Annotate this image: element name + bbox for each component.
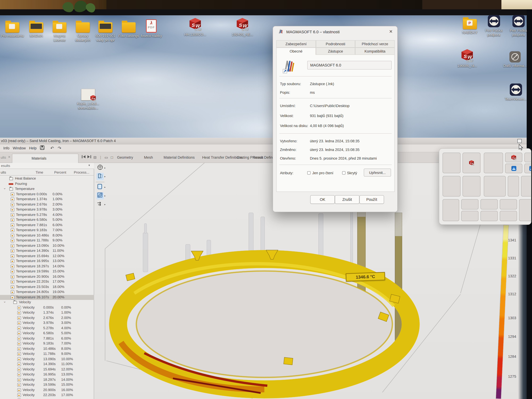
dialog-tab-podrobnosti[interactable]: Podrobnosti — [316, 40, 355, 48]
restore-window-icon[interactable] — [517, 139, 522, 143]
advanced-button[interactable]: Upřesnit... — [364, 169, 391, 177]
results-combo[interactable]: esults ▾ — [0, 163, 94, 169]
tree-item-velocity-14[interactable]: Velocity 18.297s 14.00% — [0, 377, 94, 382]
more-icon[interactable]: ⋮ — [98, 155, 103, 160]
window-titlebar[interactable]: v03 (read only) – Sand Mold Casting, Iro… — [0, 138, 527, 144]
tree-item-velocity-18[interactable]: Velocity 23.503s 18.00% — [0, 398, 94, 399]
tree-item-temperature-12[interactable]: Temperature 15.694s 12.00% — [0, 253, 94, 259]
snap-tile[interactable] — [443, 199, 459, 221]
desktop-icon-5[interactable]: Foto castings — [116, 19, 141, 38]
desktop-icon-3[interactable]: Úpravy dodaných — [70, 19, 95, 42]
snap-tile[interactable] — [508, 176, 519, 196]
desktop-icon-kopie[interactable]: S W 2023 Kopie_Lokal...shromážďo... — [76, 87, 101, 110]
maximize-icon[interactable]: □ — [109, 155, 114, 160]
snap-tile[interactable] — [519, 199, 532, 221]
desktop-icon-right-3[interactable]: S W 2023196686_rá... — [455, 49, 480, 68]
tree-item-temperature-15[interactable]: Temperature 19.599s 15.00% — [0, 269, 94, 274]
tree-item-temperature-11[interactable]: Temperature 14.390s 11.00% — [0, 248, 94, 254]
tree-item-velocity-13[interactable]: Velocity 16.995s 13.00% — [0, 372, 94, 377]
tree-item-temperature-19[interactable]: Temperature 24.805s 19.00% — [0, 290, 94, 295]
dialog-tab-zabezpečení[interactable]: Zabezpečení — [276, 40, 316, 48]
desktop-icon-7[interactable]: S W 2023HH.1308CO... — [183, 18, 208, 37]
tree-item-velocity-11[interactable]: Velocity 14.390s 11.00% — [0, 362, 94, 367]
tree-group-temperature[interactable]: ›Temperature — [0, 187, 94, 192]
snap-tile[interactable] — [524, 153, 532, 162]
snap-tile[interactable] — [500, 211, 517, 221]
tab-materials[interactable]: Materials — [12, 154, 78, 163]
dialog-tab-kompatibilita[interactable]: Kompatibilita — [355, 48, 395, 55]
save-icon[interactable] — [39, 145, 45, 151]
tree-item-temperature-17[interactable]: Temperature 22.203s 17.00% — [0, 279, 94, 285]
dialog-button-pout[interactable]: Použít — [360, 195, 384, 204]
snap-tile[interactable] — [481, 199, 498, 210]
desktop-icon-right-4[interactable]: Další informa... — [503, 49, 527, 68]
desktop-icon-8[interactable]: S W 2023192405_NE... — [230, 18, 255, 37]
snap-tile[interactable] — [484, 153, 503, 173]
redo-icon[interactable]: ↷ — [57, 145, 63, 151]
snap-tile[interactable]: S W 2023 — [462, 153, 481, 173]
snap-tile[interactable]: S W 2023 — [505, 153, 522, 162]
snap-tile[interactable] — [443, 153, 461, 173]
tree-item-pouring[interactable]: Pouring — [0, 181, 94, 187]
desktop-icon-right-2[interactable]: Petr Paška podpora — [506, 14, 531, 37]
tree-item-velocity-2[interactable]: Velocity 2.676s 2.00% — [0, 315, 94, 321]
ribbon-tab-geometry[interactable]: Geometry — [117, 155, 133, 159]
desktop-icon-right-0[interactable]: PNABÍDKY — [457, 16, 482, 35]
tree-item-temperature-4[interactable]: Temperature 5.278s 4.00% — [0, 212, 94, 217]
tree-item-temperature-16[interactable]: Temperature 20.900s 16.00% — [0, 274, 94, 279]
ribbon-tab-heat-transfer-definitions[interactable]: Heat Transfer Definitions — [202, 155, 242, 159]
tree-item-velocity-6[interactable]: Velocity 7.881s 6.00% — [0, 336, 94, 341]
dialog-tab-předchozí verze[interactable]: Předchozí verze — [355, 40, 395, 48]
tree-item-velocity-3[interactable]: Velocity 3.978s 3.00% — [0, 321, 94, 326]
snap-tile[interactable] — [484, 176, 506, 196]
tree-item-heat-balance[interactable]: Heat Balance — [0, 176, 94, 181]
tree-header-2[interactable]: Percent — [54, 170, 66, 174]
dialog-tab-obecné[interactable]: Obecné — [276, 48, 316, 55]
tree-header-1[interactable]: Time — [36, 170, 43, 174]
tree-item-temperature-18[interactable]: Temperature 23.503s 18.00% — [0, 285, 94, 290]
desktop-icon-2[interactable]: Magma Licence — [47, 19, 72, 42]
tree-item-temperature-14[interactable]: Temperature 18.297s 14.00% — [0, 264, 94, 269]
snap-tile[interactable] — [524, 164, 532, 173]
desktop-icon-6[interactable]: λPDFfoseco nálitky — [139, 19, 164, 38]
dialog-tab-zástupce[interactable]: Zástupce — [316, 48, 355, 55]
ribbon-tab-mesh[interactable]: Mesh — [144, 155, 153, 159]
desktop-icon-right-1[interactable]: Petr Paška podpora — [481, 14, 506, 37]
snap-tile[interactable] — [462, 176, 481, 196]
snap-tile[interactable] — [521, 176, 532, 196]
tree-item-temperature-13[interactable]: Temperature 16.995s 13.00% — [0, 259, 94, 264]
close-tab-icon[interactable]: ✕ — [8, 155, 11, 159]
checkbox-icon[interactable] — [307, 171, 310, 175]
close-icon[interactable]: ✕ — [389, 29, 393, 34]
snap-tile[interactable] — [500, 199, 517, 210]
shortcut-name-field[interactable]: MAGMASOFT 6.0 — [307, 61, 392, 70]
tree-item-velocity-16[interactable]: Velocity 20.900s 16.00% — [0, 387, 94, 393]
desktop-icon-right-5[interactable]: TeamViewer... — [503, 82, 528, 101]
tree-item-velocity-5[interactable]: Velocity 6.580s 5.00% — [0, 331, 94, 336]
snap-tile[interactable] — [461, 199, 479, 210]
tree-group-velocity[interactable]: ›Velocity — [0, 300, 94, 305]
tree-item-temperature-5[interactable]: Temperature 6.580s 5.00% — [0, 217, 94, 223]
tree-item-temperature-0[interactable]: Temperature 0.000s 0.00% — [0, 192, 94, 197]
tree-item-temperature-3[interactable]: Temperature 3.978s 3.00% — [0, 207, 94, 212]
tree-item-temperature-8[interactable]: Temperature 10.486s 8.00% — [0, 233, 94, 238]
snap-tile[interactable] — [505, 164, 522, 173]
tree-item-temperature-6[interactable]: Temperature 7.881s 6.00% — [0, 223, 94, 228]
checkbox-icon[interactable] — [342, 171, 345, 175]
skip-forward-icon[interactable] — [87, 155, 92, 160]
snap-tile[interactable] — [461, 211, 479, 221]
tree-item-velocity-8[interactable]: Velocity 10.486s 8.00% — [0, 346, 94, 352]
ribbon-tab-material-definitions[interactable]: Material Definitions — [164, 155, 195, 159]
tree-item-temperature-7[interactable]: Temperature 9.183s 7.00% — [0, 228, 94, 233]
tree-item-velocity-9[interactable]: Velocity 11.788s 9.00% — [0, 352, 94, 357]
menu-window[interactable]: Window — [13, 146, 26, 150]
tree-item-temperature-2[interactable]: Temperature 2.676s 2.00% — [0, 202, 94, 207]
tree-header-3[interactable]: Process... — [74, 170, 89, 174]
tree-item-velocity-0[interactable]: Velocity 0.000s 0.00% — [0, 305, 94, 310]
tree-item-velocity-4[interactable]: Velocity 5.278s 4.00% — [0, 326, 94, 331]
tree-item-temperature-10[interactable]: Temperature 13.090s 10.00% — [0, 243, 94, 248]
desktop-icon-0[interactable]: Pro modelárnu — [0, 19, 25, 38]
snap-tile[interactable] — [443, 176, 461, 196]
undo-icon[interactable]: ↶ — [49, 145, 55, 151]
ribbon-tab-result-definiti[interactable]: Result Definiti — [253, 155, 275, 159]
